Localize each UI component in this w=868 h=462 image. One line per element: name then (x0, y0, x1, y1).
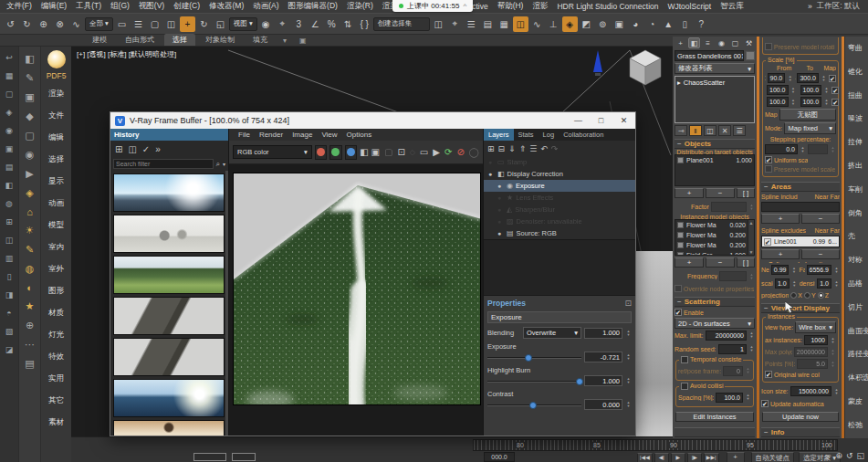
menu-item[interactable]: 创建(C) (169, 1, 204, 12)
compare-ab-icon[interactable]: ◫ (128, 144, 136, 154)
particle-view-icon[interactable]: ◈ (562, 16, 578, 32)
sidebar-category-item[interactable]: 选择 (41, 149, 71, 171)
sidebar-category-item[interactable]: 特效 (41, 346, 71, 368)
near-value[interactable]: 0.99 (771, 265, 790, 275)
lamp-icon[interactable] (47, 50, 66, 68)
menu-overflow[interactable]: » (803, 2, 817, 11)
spinner-snap-icon[interactable]: ⇅ (340, 16, 356, 32)
selection-filter-dropdown[interactable]: 全部 ▾ (85, 17, 113, 31)
track-mouse-icon[interactable]: ▶ (433, 147, 440, 157)
red-channel-button[interactable] (315, 145, 327, 160)
scale-to-value[interactable]: 100.0 (800, 97, 822, 107)
scatter-mode-dropdown[interactable]: 2D - On surfaces▾ (675, 318, 755, 329)
scale-from-value[interactable]: 100.0 (767, 85, 789, 95)
unlink-icon[interactable]: ⊗ (52, 16, 68, 32)
go-start-button[interactable]: |◀◀ (637, 453, 653, 462)
remove-distribute-button[interactable]: − (706, 188, 735, 198)
history-thumb-grass[interactable] (113, 256, 225, 294)
edit-instances-button[interactable]: Edit Instances (675, 412, 754, 423)
update-auto-checkbox[interactable]: ✔ (761, 400, 769, 407)
sidebar-category-item[interactable]: 素材 (41, 412, 71, 434)
strip-icon[interactable]: ☀ (26, 225, 35, 236)
remove-include-button[interactable]: − (801, 214, 840, 224)
scene-explorer-icon[interactable]: ☰ (464, 16, 479, 32)
sidebar-category-item[interactable]: 编辑 (41, 127, 71, 149)
schematic-view-icon[interactable]: ⊥ (546, 16, 561, 32)
menu-item[interactable]: 视图(V) (134, 1, 169, 12)
modifier-button[interactable]: 体积选择 (845, 366, 868, 390)
strip-icon[interactable]: ▤ (25, 358, 34, 370)
projection-radio[interactable] (790, 292, 797, 299)
track-bar[interactable]: 80859095100 (473, 439, 838, 451)
override-checkbox[interactable] (675, 285, 682, 292)
configure-sets-icon[interactable]: ☰ (733, 125, 746, 136)
layer-row[interactable]: ● ▭ Stamp (484, 156, 635, 168)
select-link-icon[interactable]: ⊕ (36, 16, 51, 32)
list-item[interactable]: Flower Ma0.020 (675, 220, 748, 230)
modifier-button[interactable]: 曲面变形 (845, 320, 868, 343)
redo-icon[interactable]: ↷ (551, 144, 559, 153)
exposure-slider[interactable] (487, 352, 581, 362)
sidebar-category-item[interactable]: 动画 (41, 193, 71, 215)
list-item-selected[interactable]: ✔ Line001 0.99 6... (762, 236, 839, 247)
max-limit-value[interactable]: 20000000 (706, 331, 748, 341)
menu-item[interactable]: 智云库 (716, 1, 748, 12)
strip-icon[interactable]: ◐ (26, 282, 33, 293)
rotate-icon[interactable]: ↻ (196, 16, 212, 32)
viewport-layout-icon[interactable]: ◫ (513, 16, 528, 32)
layers-tab[interactable]: Collaboration (559, 129, 608, 141)
stepping-value[interactable]: 0.0 (765, 144, 798, 154)
modifier-button[interactable]: 弯曲 (845, 37, 868, 60)
blending-dropdown[interactable]: Overwrite▾ (523, 327, 581, 339)
density-value[interactable]: 1.0 (817, 278, 831, 289)
close-button[interactable]: ✕ (612, 112, 635, 129)
modifier-button[interactable]: 壳 (845, 225, 868, 248)
maximize-viewport-icon[interactable]: ◱ (856, 451, 864, 461)
strip-icon[interactable]: ▣ (25, 91, 34, 103)
modifier-button[interactable]: 松弛 (845, 414, 868, 437)
strip-icon[interactable]: ◫ (5, 236, 14, 245)
pivot-center-icon[interactable]: ◉ (258, 16, 274, 32)
strip-icon[interactable]: ◓ (6, 309, 11, 318)
vfb-menu-item[interactable]: Image (292, 131, 312, 139)
create-layer-icon[interactable]: ⊞ (487, 144, 495, 153)
manipulate-icon[interactable]: ⌖ (275, 16, 290, 32)
rollout-info[interactable]: −Info (761, 427, 840, 437)
menu-item[interactable]: 编辑(E) (37, 1, 71, 12)
icon-size-value[interactable]: 15000.000 (790, 386, 831, 396)
rect-select-icon[interactable]: ▢ (147, 16, 162, 32)
layers-tab[interactable]: Log (539, 129, 559, 141)
menu-item[interactable]: 帮助(H) (493, 1, 528, 12)
modifier-stack[interactable]: ▸ ChaosScatter (675, 76, 755, 123)
visibility-eye-icon[interactable]: ● (495, 183, 504, 189)
modifier-button[interactable]: 路径变形 (845, 342, 868, 366)
modifier-button[interactable]: 噪波 (845, 107, 868, 131)
render-production-icon[interactable]: ◕ (628, 16, 643, 32)
strip-icon[interactable]: ⊞ (5, 217, 13, 226)
menu-item[interactable]: 文件(F) (2, 1, 37, 12)
menu-item[interactable]: HDR Light Studio Connection (552, 2, 663, 11)
scale-map-checkbox[interactable]: ✔ (831, 99, 839, 106)
highlight-burn-slider[interactable] (487, 375, 581, 386)
sidebar-category-item[interactable]: 室内 (41, 236, 71, 258)
ribbon-save-icon[interactable]: ▣ (294, 36, 312, 46)
next-frame-button[interactable]: |▶ (687, 453, 702, 462)
rollout-scattering[interactable]: −Scattering (675, 297, 755, 307)
play-button[interactable]: ▶ (671, 453, 685, 462)
stop-render-icon[interactable]: ⊘ (456, 147, 464, 157)
object-color-swatch[interactable] (746, 51, 755, 60)
frequency-value[interactable] (719, 271, 747, 281)
mono-channel-icon[interactable]: ◧ (360, 147, 368, 157)
region-render-icon[interactable]: ▭ (420, 147, 428, 157)
make-unique-icon[interactable]: ◫ (704, 125, 716, 136)
strip-icon[interactable]: ▦ (5, 71, 14, 80)
history-thumb-sky[interactable] (113, 173, 225, 212)
workspace-area[interactable]: » 工作区: 默认 (803, 0, 865, 13)
blending-amount[interactable]: 1.000 (584, 328, 622, 339)
undo-icon[interactable]: ↺ (3, 16, 18, 32)
ribbon-toggle-icon[interactable]: ▦ (497, 16, 512, 32)
history-thumb-ocean[interactable] (113, 379, 225, 417)
minimize-button[interactable]: — (567, 112, 590, 129)
compare-icon[interactable]: ◯ (469, 147, 479, 157)
menu-item[interactable]: 图形编辑器(D) (284, 1, 342, 12)
